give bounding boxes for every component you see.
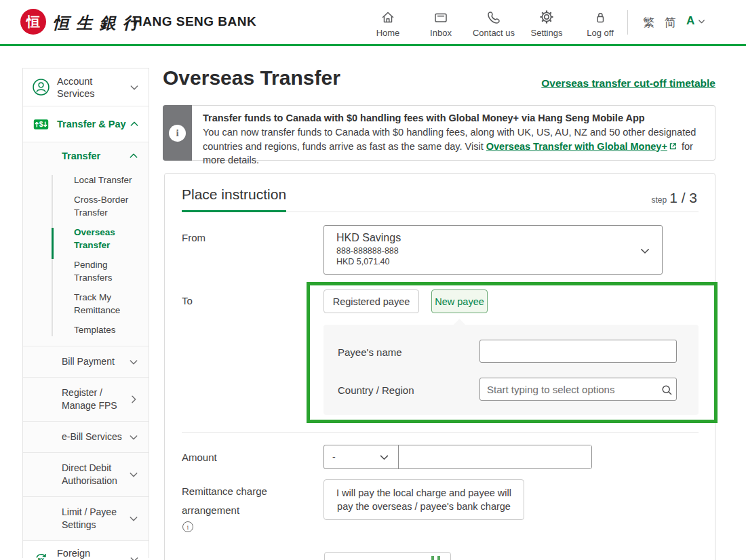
chevron-down-icon: [128, 357, 139, 367]
new-payee-panel: Payee's name Country / Region: [323, 325, 699, 415]
gear-icon: [519, 7, 574, 26]
sidebar-item-templates[interactable]: Templates: [74, 323, 143, 336]
to-label: To: [182, 295, 193, 306]
sidebar-item-account-services[interactable]: Account Services: [23, 68, 149, 106]
cutoff-timetable-link[interactable]: Overseas transfer cut-off timetable: [541, 77, 715, 89]
page: 恒 恒 生 銀 行 HANG SENG BANK Home Inbox: [0, 0, 746, 560]
sidebar-item-pending-transfers[interactable]: Pending Transfers: [74, 258, 143, 284]
country-region-input[interactable]: [479, 378, 677, 401]
chevron-down-icon: [129, 82, 140, 93]
home-icon: [361, 7, 415, 26]
chevron-down-icon: [129, 554, 140, 560]
payee-name-input[interactable]: [479, 340, 677, 363]
font-size-selector[interactable]: A: [686, 14, 706, 28]
transfer-items: Local Transfer Cross-Border Transfer Ove…: [23, 169, 149, 346]
active-item-indicator: [52, 228, 54, 259]
nav-settings[interactable]: Settings: [519, 7, 574, 38]
chevron-down-icon: [697, 17, 706, 26]
account-number: 888-888888-888: [336, 246, 635, 256]
inbox-icon: [414, 7, 468, 26]
section-divider: [182, 432, 699, 433]
chevron-up-icon: [128, 151, 139, 161]
info-icon: i: [169, 125, 186, 142]
account-balance: HKD 5,071.40: [336, 257, 635, 266]
lock-icon: [573, 7, 627, 26]
chevron-right-icon: [128, 394, 139, 405]
amount-label: Amount: [182, 452, 217, 463]
from-account-select[interactable]: HKD Savings 888-888888-888 HKD 5,071.40: [323, 225, 663, 275]
svg-text:$: $: [39, 121, 43, 128]
bank-name-english: HANG SENG BANK: [133, 14, 256, 29]
search-icon[interactable]: [661, 384, 673, 397]
sidebar: Account Services $ Transfer & Pay: [22, 68, 149, 558]
phone-icon: [467, 7, 521, 26]
banner-title: Transfer funds to Canada with $0 handlin…: [203, 113, 704, 123]
foreign-exchange-icon: FX: [32, 551, 50, 560]
chevron-down-icon: [128, 432, 139, 443]
sidebar-item-cross-border-transfer[interactable]: Cross-Border Transfer: [74, 193, 143, 219]
remittance-charge-label: Remittance charge arrangement: [182, 482, 283, 520]
sidebar-item-overseas-transfer[interactable]: Overseas Transfer: [74, 226, 143, 252]
bank-name-chinese: 恒 生 銀 行: [53, 12, 140, 34]
chevron-down-icon: [639, 245, 651, 257]
partial-green-glyph: [431, 556, 434, 560]
lang-traditional-button[interactable]: 繁: [643, 15, 654, 31]
step-indicator: step1 / 3: [651, 190, 697, 206]
nav-contact-us[interactable]: Contact us: [467, 7, 521, 38]
info-icon[interactable]: i: [182, 521, 193, 532]
nav-log-off[interactable]: Log off: [573, 7, 627, 38]
bank-logo-icon[interactable]: 恒: [20, 9, 46, 35]
submenu-group-transfer[interactable]: Transfer: [23, 142, 149, 169]
from-label: From: [182, 232, 205, 243]
external-link-icon: [669, 142, 678, 151]
place-instruction-card: Place instruction step1 / 3 From HKD Sav…: [164, 173, 715, 560]
partial-green-glyph: [437, 556, 440, 560]
banner-text: You can now transfer funds to Canada wit…: [203, 125, 704, 167]
country-region-label: Country / Region: [338, 384, 414, 396]
transfer-submenu: Transfer Local Transfer Cross-Border Tra…: [23, 142, 149, 540]
sidebar-item-limit-payee-settings[interactable]: Limit / Payee Settings: [23, 496, 149, 540]
partial-input-box[interactable]: [324, 552, 451, 560]
sidebar-item-local-transfer[interactable]: Local Transfer: [74, 174, 143, 186]
nav-home[interactable]: Home: [361, 7, 415, 38]
nav-inbox[interactable]: Inbox: [414, 7, 468, 38]
info-banner: i Transfer funds to Canada with $0 handl…: [163, 105, 715, 161]
section-rule-accent: [182, 210, 286, 212]
currency-select[interactable]: -: [324, 445, 399, 468]
sidebar-item-ebill-services[interactable]: e-Bill Services: [23, 421, 149, 452]
sidebar-item-transfer-and-pay[interactable]: $ Transfer & Pay: [23, 106, 149, 142]
tab-new-payee[interactable]: New payee: [431, 289, 488, 313]
chevron-down-icon: [378, 452, 390, 463]
global-money-link[interactable]: Overseas Transfer with Global Money+: [486, 141, 667, 152]
section-title: Place instruction: [182, 186, 286, 203]
info-banner-icon-block: i: [163, 105, 192, 161]
chevron-down-icon: [128, 469, 139, 480]
amount-input[interactable]: [399, 445, 591, 468]
payee-name-label: Payee's name: [338, 346, 402, 358]
amount-group: -: [323, 445, 592, 469]
info-banner-body: Transfer funds to Canada with $0 handlin…: [192, 105, 715, 161]
transfer-pay-icon: $: [32, 115, 50, 134]
person-icon: [32, 78, 50, 96]
lang-simplified-button[interactable]: 简: [665, 15, 676, 31]
top-header: 恒 恒 生 銀 行 HANG SENG BANK Home Inbox: [0, 0, 746, 46]
chevron-up-icon: [129, 119, 140, 129]
tab-registered-payee[interactable]: Registered payee: [323, 289, 419, 313]
sidebar-item-direct-debit-authorisation[interactable]: Direct Debit Authorisation: [23, 452, 149, 496]
header-divider: [627, 10, 628, 35]
svg-text:FX: FX: [38, 557, 44, 560]
chevron-down-icon: [128, 513, 139, 524]
sidebar-item-track-my-remittance[interactable]: Track My Remittance: [74, 291, 143, 317]
page-title: Overseas Transfer: [163, 66, 340, 89]
sidebar-item-register-manage-fps[interactable]: Register / Manage FPS: [23, 377, 149, 421]
sidebar-item-bill-payment[interactable]: Bill Payment: [23, 346, 149, 377]
account-name: HKD Savings: [336, 232, 635, 244]
sidebar-item-foreign-exchange[interactable]: FX Foreign Exchange: [23, 540, 149, 560]
remittance-charge-button[interactable]: I will pay the local charge and payee wi…: [323, 479, 524, 520]
